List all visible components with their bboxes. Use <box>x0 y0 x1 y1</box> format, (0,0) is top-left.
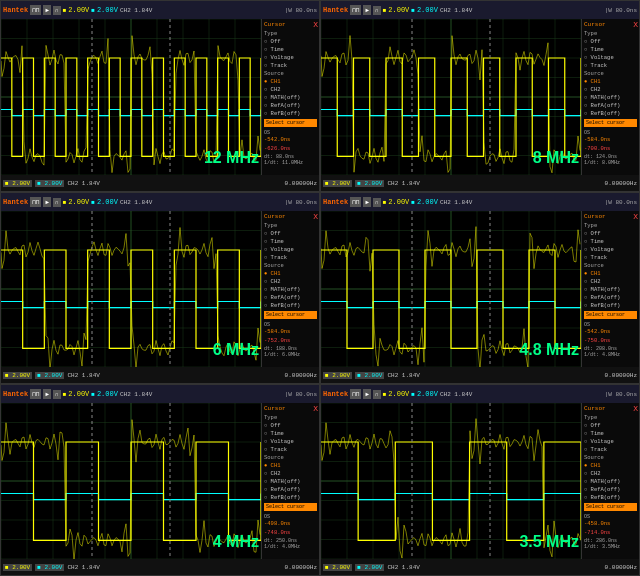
cursor-time[interactable]: ○ Time <box>584 238 637 245</box>
cursor-refa[interactable]: ○ RefA(off) <box>264 294 317 301</box>
cursor-ch1[interactable]: ● CH1 <box>264 270 317 277</box>
brand-label: Hantek <box>323 390 348 398</box>
cursor-time[interactable]: ○ Time <box>264 46 317 53</box>
cursor-time[interactable]: ○ Time <box>584 430 637 437</box>
cursor-voltage[interactable]: ○ Voltage <box>584 246 637 253</box>
select-cursor-button[interactable]: Select cursor <box>584 503 637 511</box>
cursor-off[interactable]: ○ Off <box>264 422 317 429</box>
cursor-panel: X Cursor Type ○ Off ○ Time ○ Voltage ○ T… <box>581 211 639 367</box>
cursor-voltage[interactable]: ○ Voltage <box>264 438 317 445</box>
footer-ch3: CH2 1.84V <box>67 564 99 571</box>
cursor-refb[interactable]: ○ RefB(off) <box>584 302 637 309</box>
cursor-track[interactable]: ○ Track <box>584 254 637 261</box>
cursor-math[interactable]: ○ MATH(off) <box>584 286 637 293</box>
cursor-math[interactable]: ○ MATH(off) <box>264 94 317 101</box>
cursor-refa[interactable]: ○ RefA(off) <box>584 294 637 301</box>
cursor-close-button[interactable]: X <box>633 20 638 29</box>
time-label: |W 80.0ns <box>605 7 637 14</box>
cursor-math[interactable]: ○ MATH(off) <box>264 286 317 293</box>
cursor-track[interactable]: ○ Track <box>264 62 317 69</box>
cursor-os-section: OS -584.0ns <box>264 322 317 335</box>
cursor-off[interactable]: ○ Off <box>584 38 637 45</box>
cursor-time[interactable]: ○ Time <box>584 46 637 53</box>
cursor-track[interactable]: ○ Track <box>264 254 317 261</box>
cursor-ch1[interactable]: ● CH1 <box>264 78 317 85</box>
select-cursor-button[interactable]: Select cursor <box>264 503 317 511</box>
cursor-dt-value: -700.0ns <box>584 145 637 152</box>
cursor-close-button[interactable]: X <box>313 404 318 413</box>
cursor-ch2[interactable]: ○ CH2 <box>264 86 317 93</box>
cursor-title: Cursor <box>584 405 637 412</box>
cursor-ch2[interactable]: ○ CH2 <box>584 86 637 93</box>
cursor-math[interactable]: ○ MATH(off) <box>584 478 637 485</box>
cursor-math[interactable]: ○ MATH(off) <box>584 94 637 101</box>
cursor-panel: X Cursor Type ○ Off ○ Time ○ Voltage ○ T… <box>581 403 639 559</box>
cursor-refb[interactable]: ○ RefB(off) <box>264 302 317 309</box>
cursor-refa[interactable]: ○ RefA(off) <box>264 102 317 109</box>
ch1-header: ■ <box>383 199 387 206</box>
cursor-os-section: OS -542.0ns <box>264 130 317 143</box>
cursor-type-label: Type <box>584 30 637 37</box>
cursor-ch1[interactable]: ● CH1 <box>584 270 637 277</box>
ch2-header: ■ <box>91 391 95 398</box>
cursor-voltage[interactable]: ○ Voltage <box>264 54 317 61</box>
select-cursor-button[interactable]: Select cursor <box>584 311 637 319</box>
cursor-panel: X Cursor Type ○ Off ○ Time ○ Voltage ○ T… <box>261 211 319 367</box>
cursor-off[interactable]: ○ Off <box>264 230 317 237</box>
cursor-off[interactable]: ○ Off <box>584 422 637 429</box>
cursor-ch1[interactable]: ● CH1 <box>584 462 637 469</box>
cursor-title: Cursor <box>584 21 637 28</box>
cursor-ch1[interactable]: ● CH1 <box>264 462 317 469</box>
time-label: |W 80.0ns <box>605 391 637 398</box>
cursor-refa[interactable]: ○ RefA(off) <box>584 102 637 109</box>
cursor-track[interactable]: ○ Track <box>264 446 317 453</box>
cursor-time[interactable]: ○ Time <box>264 238 317 245</box>
cursor-ch2[interactable]: ○ CH2 <box>264 278 317 285</box>
cursor-dt-value: -750.0ns <box>584 337 637 344</box>
cursor-refb[interactable]: ○ RefB(off) <box>584 494 637 501</box>
panel-header: Hantek ⊓⊓ ▶ ∩ ■ 2.00V ■ 2.00V CH2 1.84V … <box>321 1 639 19</box>
ch1-label: 2.00V <box>388 198 409 206</box>
cursor-close-button[interactable]: X <box>313 212 318 221</box>
select-cursor-button[interactable]: Select cursor <box>264 119 317 127</box>
cursor-refb[interactable]: ○ RefB(off) <box>264 110 317 117</box>
cursor-close-button[interactable]: X <box>633 404 638 413</box>
ch2-label: 2.00V <box>97 6 118 14</box>
footer-ch1: ■ 2.00V <box>323 372 352 379</box>
cursor-os-section: OS -584.0ns <box>584 130 637 143</box>
cursor-voltage[interactable]: ○ Voltage <box>584 438 637 445</box>
footer-time: 0.00000Hz <box>605 372 637 379</box>
trigger-icon: ⊓⊓ <box>30 197 41 207</box>
mode-icon: ∩ <box>53 6 61 15</box>
cursor-voltage[interactable]: ○ Voltage <box>264 246 317 253</box>
cursor-track[interactable]: ○ Track <box>584 446 637 453</box>
panel-panel-8mhz: Hantek ⊓⊓ ▶ ∩ ■ 2.00V ■ 2.00V CH2 1.84V … <box>320 0 640 192</box>
cursor-off[interactable]: ○ Off <box>264 38 317 45</box>
cursor-close-button[interactable]: X <box>313 20 318 29</box>
cursor-math[interactable]: ○ MATH(off) <box>264 478 317 485</box>
cursor-ch2[interactable]: ○ CH2 <box>584 278 637 285</box>
ch1-header: ■ <box>63 7 67 14</box>
cursor-time[interactable]: ○ Time <box>264 430 317 437</box>
cursor-off[interactable]: ○ Off <box>584 230 637 237</box>
cursor-track[interactable]: ○ Track <box>584 62 637 69</box>
footer-ch1: ■ 2.00V <box>3 564 32 571</box>
cursor-ch2[interactable]: ○ CH2 <box>584 470 637 477</box>
time-label: |W 80.0ns <box>285 199 317 206</box>
cursor-refb[interactable]: ○ RefB(off) <box>264 494 317 501</box>
footer-ch2: ■ 2.00V <box>35 564 64 571</box>
select-cursor-button[interactable]: Select cursor <box>584 119 637 127</box>
select-cursor-button[interactable]: Select cursor <box>264 311 317 319</box>
brand-label: Hantek <box>3 390 28 398</box>
cursor-ch1[interactable]: ● CH1 <box>584 78 637 85</box>
cursor-close-button[interactable]: X <box>633 212 638 221</box>
cursor-voltage[interactable]: ○ Voltage <box>584 54 637 61</box>
cursor-refb[interactable]: ○ RefB(off) <box>584 110 637 117</box>
cursor-ch2[interactable]: ○ CH2 <box>264 470 317 477</box>
ch1-label: 2.00V <box>68 390 89 398</box>
footer-ch2: ■ 2.00V <box>35 372 64 379</box>
cursor-refa[interactable]: ○ RefA(off) <box>264 486 317 493</box>
cursor-refa[interactable]: ○ RefA(off) <box>584 486 637 493</box>
freq-label: 4.8 MHz <box>519 341 579 359</box>
cursor-os-value: -458.0ns <box>584 520 637 527</box>
